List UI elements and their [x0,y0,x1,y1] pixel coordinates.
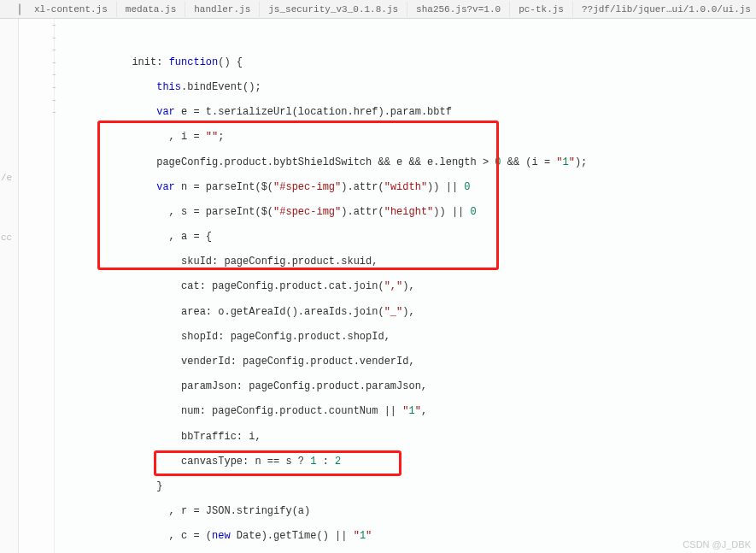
code-line: pageConfig.product.bybtShieldSwitch && e… [58,156,756,169]
code-line: , a = { [58,231,756,244]
code-line: paramJson: pageConfig.product.paramJson, [58,380,756,393]
code-line: var n = parseInt($("#spec-img").attr("wi… [58,181,756,194]
code-line: bbTraffic: i, [58,431,756,444]
code-line: shopId: pageConfig.product.shopId, [58,331,756,344]
debug-sidebar: /e cc [0,19,19,553]
code-area[interactable]: init: function() { this.bindEvent(); var… [55,19,756,553]
tab-handler[interactable]: handler.js [185,2,260,17]
code-line: , r = JSON.stringify(a) [58,505,756,518]
tab-js-security[interactable]: js_security_v3_0.1.8.js [260,2,407,17]
code-line: venderId: pageConfig.product.venderId, [58,356,756,368]
code-line: init: function() { [58,56,756,69]
code-editor: /e cc - - - - - - - - init: function() {… [0,19,756,553]
code-line: this.bindEvent(); [58,81,756,94]
code-line: } [58,480,756,493]
sidebar-label-a: /e [1,173,12,183]
code-line: var e = t.serializeUrl(location.href).pa… [58,106,756,119]
code-line: , c = (new Date).getTime() || "1" [58,530,756,543]
tab-sha256[interactable]: sha256.js?v=1.0 [407,2,510,17]
editor-tab-bar: xl-content.js medata.js handler.js js_se… [0,0,756,19]
code-line: cat: pageConfig.product.cat.join(","), [58,280,756,293]
tab-jquery-ui[interactable]: ??jdf/lib/jquer…ui/1.0.0/ui.js [573,2,756,17]
tab-pc-tk[interactable]: pc-tk.js [510,2,573,17]
tab-medata[interactable]: medata.js [117,2,185,17]
line-gutter [19,19,55,553]
tab-xl-content[interactable]: xl-content.js [26,2,117,17]
watermark: CSDN @J_DBK [683,539,751,550]
code-line: area: o.getAreaId().areaIds.join("_"), [58,306,756,319]
sidebar-label-b: cc [1,232,12,243]
code-line: num: pageConfig.product.countNum || "1", [58,405,756,418]
code-line: canvasType: n == s ? 1 : 2 [58,456,756,468]
file-icon [19,3,21,15]
code-line: , i = ""; [58,131,756,144]
code-line: skuId: pageConfig.product.skuid, [58,256,756,268]
code-line: , s = parseInt($("#spec-img").attr("heig… [58,206,756,219]
